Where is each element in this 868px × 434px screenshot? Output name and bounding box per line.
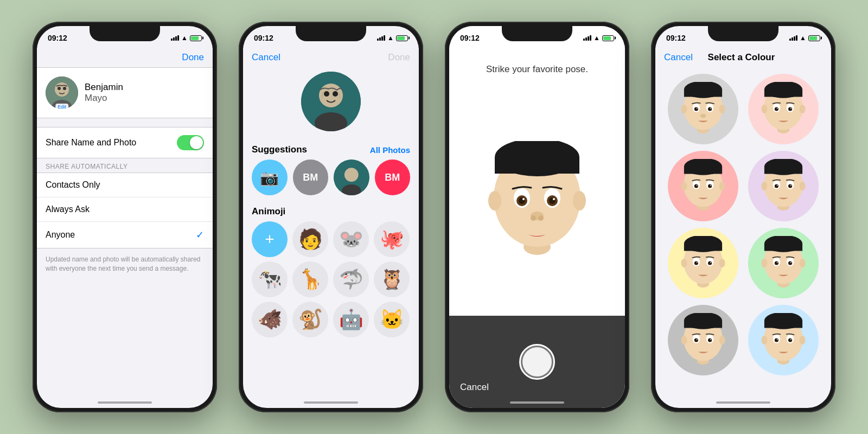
animoji-boar[interactable]: 🐗: [252, 302, 288, 337]
svg-point-128: [777, 339, 778, 340]
suggestion-photo-svg: [334, 159, 369, 195]
nav-bar-2: Cancel Done: [243, 48, 419, 67]
shutter-button[interactable]: [519, 344, 555, 380]
notch-3: [502, 26, 572, 41]
memoji-purple: [759, 159, 808, 213]
color-item-blue[interactable]: [748, 305, 819, 375]
battery-icon-4: [808, 35, 820, 41]
svg-point-54: [775, 107, 778, 111]
all-photos-button[interactable]: All Photos: [370, 145, 410, 155]
svg-point-3: [58, 87, 61, 90]
svg-point-62: [681, 182, 687, 190]
checkmark-anyone: ✓: [196, 229, 204, 241]
notch-1: [90, 26, 160, 41]
svg-point-98: [762, 259, 768, 267]
phone-3: 09:12 ▲ Strike your favorite: [445, 22, 629, 412]
option-always-ask[interactable]: Always Ask: [37, 197, 213, 222]
wifi-icon-3: ▲: [593, 34, 600, 42]
svg-point-50: [762, 105, 768, 113]
animoji-add[interactable]: +: [252, 221, 288, 257]
wifi-icon-4: ▲: [800, 34, 806, 42]
color-item-dark-gray[interactable]: [668, 305, 738, 375]
profile-lastname: Mayo: [85, 93, 123, 104]
svg-point-66: [694, 184, 698, 188]
svg-point-90: [694, 261, 698, 265]
svg-point-105: [790, 262, 792, 263]
svg-point-20: [573, 191, 586, 210]
animoji-mouse[interactable]: 🐭: [333, 221, 369, 257]
svg-point-69: [710, 185, 711, 186]
memoji-dark-gray: [679, 313, 727, 367]
animoji-cow[interactable]: 🐄: [252, 261, 288, 297]
color-item-yellow[interactable]: [668, 228, 738, 298]
signal-bars-2: [377, 35, 385, 41]
phone-3-screen: 09:12 ▲ Strike your favorite: [449, 26, 625, 408]
phone-4: 09:12 ▲ Cancel Select a Colour: [651, 22, 835, 412]
svg-rect-36: [684, 90, 722, 97]
phone-2: 09:12 ▲ Cancel Done: [239, 22, 423, 412]
done-button-2[interactable]: Done: [388, 52, 410, 63]
cancel-button-4[interactable]: Cancel: [664, 52, 693, 63]
svg-point-129: [790, 339, 792, 340]
suggestions-row: 📷 BM BM: [243, 159, 419, 204]
svg-point-30: [531, 215, 536, 221]
status-time-3: 09:12: [460, 34, 480, 42]
color-item-green[interactable]: [748, 228, 819, 298]
svg-point-4: [63, 87, 66, 90]
svg-point-99: [800, 259, 806, 267]
svg-point-6: [319, 84, 343, 107]
pose-text: Strike your favorite pose.: [486, 64, 588, 75]
shutter-inner: [522, 347, 552, 376]
svg-point-117: [710, 339, 711, 340]
svg-point-123: [800, 336, 806, 344]
svg-point-19: [488, 191, 501, 210]
option-anyone[interactable]: Anyone ✓: [37, 222, 213, 248]
large-avatar[interactable]: [301, 72, 361, 131]
color-item-pink-light[interactable]: [748, 74, 819, 144]
profile-names: Benjamin Mayo: [85, 82, 123, 104]
svg-point-102: [775, 261, 778, 265]
color-item-gray[interactable]: [668, 74, 738, 144]
memoji-display: [483, 86, 591, 316]
svg-rect-18: [495, 157, 579, 174]
status-icons-3: ▲: [583, 34, 614, 42]
memoji-red: [679, 159, 727, 213]
animoji-grid: + 🧑 🐭 🐙 🐄 🦒 🦈 🦉 🐗 🐒 🤖 🐱: [243, 221, 419, 337]
svg-point-42: [708, 107, 712, 111]
animoji-cat[interactable]: 🐱: [374, 302, 410, 337]
animoji-shark[interactable]: 🦈: [333, 261, 369, 297]
suggestion-bm1[interactable]: BM: [293, 159, 329, 195]
suggestions-section: Suggestions All Photos: [243, 140, 419, 159]
suggestion-photo[interactable]: [334, 159, 369, 195]
suggestion-camera[interactable]: 📷: [252, 159, 288, 195]
battery-icon-2: [396, 35, 408, 41]
animoji-robot[interactable]: 🤖: [333, 302, 369, 337]
share-toggle[interactable]: [177, 135, 204, 150]
home-indicator-3: [510, 401, 564, 404]
animoji-owl[interactable]: 🦉: [374, 261, 410, 297]
svg-rect-97: [764, 244, 802, 251]
color-item-red[interactable]: [668, 151, 738, 221]
animoji-octopus[interactable]: 🐙: [374, 221, 410, 257]
svg-point-57: [790, 108, 792, 109]
svg-point-91: [708, 261, 712, 265]
svg-point-68: [697, 185, 698, 186]
suggestion-bm2[interactable]: BM: [375, 159, 411, 195]
svg-rect-49: [764, 90, 802, 97]
done-button-1[interactable]: Done: [182, 52, 204, 63]
color-item-purple[interactable]: [748, 151, 819, 221]
animoji-giraffe[interactable]: 🦒: [292, 261, 328, 297]
animoji-monkey[interactable]: 🐒: [292, 302, 328, 337]
screen3-bottom: Cancel: [449, 316, 625, 408]
svg-point-104: [777, 262, 778, 263]
cancel-camera-button[interactable]: Cancel: [460, 382, 489, 393]
option-contacts-only[interactable]: Contacts Only: [37, 173, 213, 197]
cancel-button-2[interactable]: Cancel: [252, 52, 280, 63]
avatar-edit-label[interactable]: Edit: [55, 104, 68, 110]
svg-point-79: [788, 184, 792, 188]
svg-rect-109: [684, 321, 722, 328]
memoji-green: [759, 236, 808, 290]
animoji-person[interactable]: 🧑: [292, 221, 328, 257]
phone-1: 09:12 ▲ Done: [33, 22, 217, 412]
svg-point-37: [681, 105, 687, 113]
